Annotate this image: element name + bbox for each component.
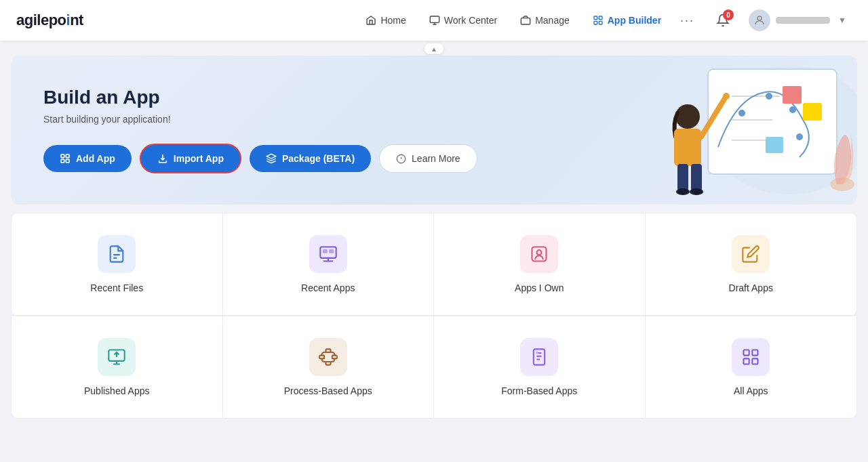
svg-point-6: [757, 16, 762, 20]
recent-files-icon-wrap: [98, 235, 136, 273]
svg-rect-8: [66, 154, 69, 158]
all-apps-item[interactable]: All Apps: [646, 316, 857, 418]
info-icon: [396, 154, 406, 164]
recent-apps-label: Recent Apps: [301, 282, 355, 293]
published-apps-item[interactable]: Published Apps: [12, 316, 223, 418]
apps-own-icon-wrap: [520, 235, 558, 273]
svg-rect-3: [599, 16, 602, 20]
notification-badge: 0: [723, 9, 734, 20]
logo-dot: i: [66, 12, 71, 28]
briefcase-icon: [520, 15, 531, 26]
add-app-label: Add App: [76, 153, 115, 164]
svg-rect-47: [326, 362, 330, 365]
svg-rect-0: [430, 16, 439, 22]
hero-title: Build an App: [43, 87, 825, 108]
nav-right: 0 ▼: [711, 7, 852, 34]
form-apps-icon-wrap: [520, 338, 558, 376]
avatar: [749, 9, 770, 31]
nav-more[interactable]: ···: [675, 8, 700, 33]
nav-home-label: Home: [380, 15, 406, 26]
draft-apps-item[interactable]: Draft Apps: [646, 213, 857, 316]
grid-row1: Recent Files Recent Apps Apps I Own: [11, 213, 857, 316]
username-display: [776, 17, 830, 24]
svg-rect-54: [753, 350, 758, 356]
svg-rect-2: [594, 16, 597, 20]
package-button[interactable]: Package (BETA): [250, 145, 371, 172]
draft-apps-icon-wrap: [732, 235, 770, 273]
recent-files-label: Recent Files: [90, 282, 143, 293]
nav-manage[interactable]: Manage: [511, 9, 579, 31]
logo-text: agilepoint: [16, 12, 83, 29]
hero-content: Build an App Start building your applica…: [43, 87, 825, 173]
draft-apps-label: Draft Apps: [729, 282, 773, 293]
hero-subtitle: Start building your application!: [43, 114, 825, 125]
recent-apps-icon-wrap: [309, 235, 347, 273]
svg-rect-41: [532, 247, 547, 261]
add-app-icon: [60, 153, 71, 164]
svg-rect-48: [534, 349, 545, 364]
process-apps-item[interactable]: Process-Based Apps: [223, 316, 435, 418]
all-apps-label: All Apps: [734, 385, 768, 396]
package-icon: [266, 153, 277, 164]
svg-point-32: [676, 188, 690, 195]
import-app-button[interactable]: Import App: [140, 144, 241, 173]
svg-rect-38: [329, 249, 334, 253]
appbuilder-icon: [593, 15, 604, 26]
learn-more-label: Learn More: [412, 153, 460, 164]
svg-rect-53: [744, 350, 749, 356]
svg-rect-52: [536, 352, 539, 354]
svg-rect-37: [323, 249, 328, 253]
recent-files-item[interactable]: Recent Files: [12, 213, 223, 316]
collapse-button[interactable]: ▲: [425, 43, 443, 54]
apps-own-label: Apps I Own: [515, 282, 564, 293]
apps-own-item[interactable]: Apps I Own: [434, 213, 646, 316]
form-apps-item[interactable]: Form-Based Apps: [434, 316, 646, 418]
hero-banner: Build an App Start building your applica…: [11, 56, 857, 205]
add-app-button[interactable]: Add App: [43, 145, 132, 172]
svg-rect-7: [61, 154, 64, 158]
process-apps-label: Process-Based Apps: [284, 385, 372, 396]
svg-rect-56: [753, 358, 758, 364]
package-label: Package (BETA): [282, 153, 355, 164]
grid-row2: Published Apps Process-Based Apps: [11, 316, 857, 419]
nav-home[interactable]: Home: [356, 9, 415, 31]
import-icon: [157, 153, 168, 164]
svg-rect-45: [319, 356, 324, 359]
published-apps-icon-wrap: [98, 338, 136, 376]
collapse-bar: ▲: [0, 41, 868, 56]
published-apps-label: Published Apps: [84, 385, 150, 396]
import-app-label: Import App: [174, 153, 224, 164]
svg-rect-5: [599, 21, 602, 24]
nav-manage-label: Manage: [535, 15, 570, 26]
nav-appbuilder[interactable]: App Builder: [583, 9, 671, 31]
user-chevron-icon: ▼: [838, 16, 846, 25]
navbar: agilepoint Home Work Center: [0, 0, 868, 41]
recent-apps-item[interactable]: Recent Apps: [223, 213, 435, 316]
nav-workcenter-label: Work Center: [444, 15, 497, 26]
svg-rect-55: [744, 358, 749, 364]
svg-rect-46: [332, 356, 337, 359]
svg-rect-10: [66, 159, 69, 163]
form-apps-label: Form-Based Apps: [501, 385, 577, 396]
svg-rect-9: [61, 159, 64, 163]
user-section[interactable]: ▼: [743, 7, 852, 34]
nav-workcenter[interactable]: Work Center: [420, 9, 507, 31]
nav-items: Home Work Center Manage: [356, 8, 700, 33]
all-apps-icon-wrap: [732, 338, 770, 376]
monitor-icon: [429, 15, 440, 26]
hero-actions: Add App Import App: [43, 144, 825, 173]
process-apps-icon-wrap: [309, 338, 347, 376]
svg-rect-1: [521, 18, 530, 24]
svg-rect-4: [594, 21, 597, 24]
nav-appbuilder-label: App Builder: [608, 15, 661, 26]
svg-point-33: [690, 188, 703, 195]
svg-point-42: [537, 250, 542, 255]
notification-button[interactable]: 0: [711, 8, 735, 33]
home-icon: [366, 15, 376, 26]
learn-more-button[interactable]: Learn More: [379, 144, 477, 173]
logo[interactable]: agilepoint: [16, 12, 83, 29]
